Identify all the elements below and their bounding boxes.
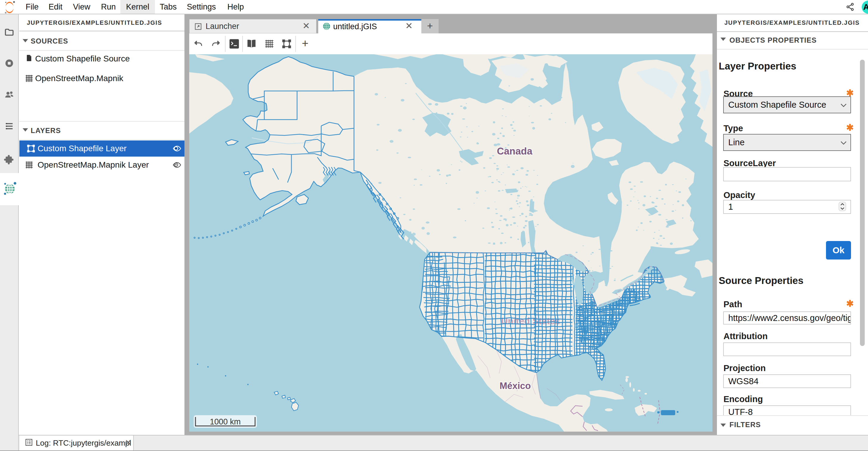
svg-text:Canada: Canada bbox=[497, 146, 532, 157]
svg-text:México: México bbox=[499, 380, 531, 391]
svg-text:1000 km: 1000 km bbox=[210, 417, 241, 426]
